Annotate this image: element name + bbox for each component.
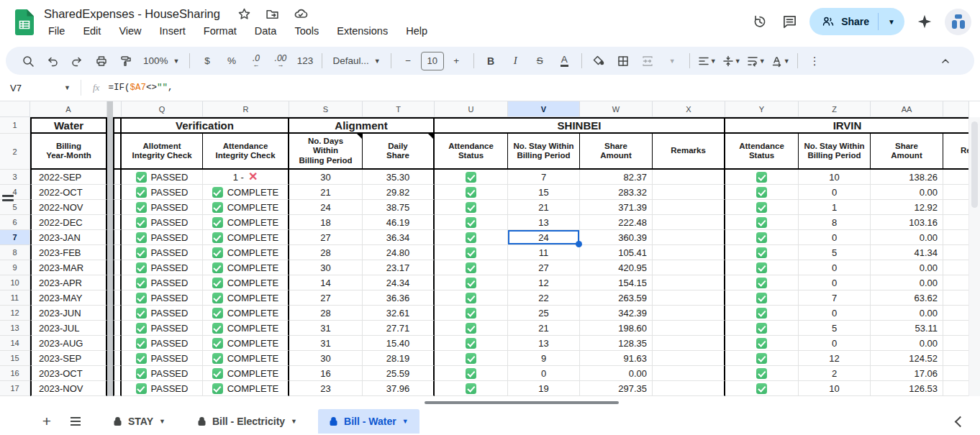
cell-W9[interactable]: 420.95: [580, 260, 653, 275]
cell-X11[interactable]: [653, 290, 725, 306]
cell-U13[interactable]: [435, 321, 508, 336]
cell-A4[interactable]: 2022-OCT: [30, 185, 107, 200]
cell-T16[interactable]: 25.59: [363, 366, 435, 381]
column-header-Z[interactable]: Z: [799, 101, 871, 117]
cell-X7[interactable]: [653, 230, 725, 245]
menu-edit[interactable]: Edit: [78, 24, 105, 37]
menu-format[interactable]: Format: [199, 24, 241, 37]
column-header-AA[interactable]: AA: [871, 101, 943, 117]
cell-AB8[interactable]: [943, 245, 969, 260]
cell-S5[interactable]: 24: [289, 200, 363, 215]
column-header-W[interactable]: W: [580, 101, 653, 117]
cell-T15[interactable]: 28.19: [363, 351, 435, 366]
cell-Z13[interactable]: 5: [799, 321, 871, 336]
cell-hidden-13[interactable]: [113, 321, 122, 336]
italic-button[interactable]: I: [504, 51, 527, 70]
cell-R12[interactable]: COMPLETE: [203, 306, 289, 321]
cell-R3[interactable]: 1 -✕: [203, 170, 289, 185]
cell-V13[interactable]: 21: [508, 321, 580, 336]
cell-W5[interactable]: 371.39: [580, 200, 653, 215]
row-header-11[interactable]: 11: [0, 290, 30, 306]
cell-R8[interactable]: COMPLETE: [203, 245, 289, 260]
cell-X5[interactable]: [653, 200, 725, 215]
cell-S10[interactable]: 14: [289, 275, 363, 290]
cell-V14[interactable]: 13: [508, 336, 580, 351]
cell-hidden-3[interactable]: [113, 170, 122, 185]
cell-R9[interactable]: COMPLETE: [203, 260, 289, 275]
row-header-6[interactable]: 6: [0, 215, 30, 230]
column-header-R[interactable]: R: [203, 101, 289, 117]
cell-Z5[interactable]: 1: [799, 200, 871, 215]
cell-Z12[interactable]: 0: [799, 306, 871, 321]
add-sheet-button[interactable]: +: [36, 413, 58, 430]
cell-R10[interactable]: COMPLETE: [203, 275, 289, 290]
cell-hidden-17[interactable]: [113, 381, 122, 396]
cell-AA5[interactable]: 12.92: [871, 200, 943, 215]
cell-Y6[interactable]: [725, 215, 799, 230]
cell-AA9[interactable]: 0.00: [871, 260, 943, 275]
zoom-control[interactable]: 100%▼: [138, 55, 184, 66]
cell-AA4[interactable]: 0.00: [871, 185, 943, 200]
formula-input[interactable]: =IF($A7<>"",: [108, 83, 173, 93]
cell-Y3[interactable]: [725, 170, 799, 185]
cell-V7[interactable]: 24: [508, 230, 580, 245]
cell-A14[interactable]: 2023-AUG: [30, 336, 107, 351]
cell-Z7[interactable]: 0: [799, 230, 871, 245]
cell-Q12[interactable]: PASSED: [122, 306, 203, 321]
menu-view[interactable]: View: [114, 24, 145, 37]
cell-Y10[interactable]: [725, 275, 799, 290]
cell-AA7[interactable]: 0.00: [871, 230, 943, 245]
sheet-tab-stay[interactable]: STAY▼: [102, 409, 176, 434]
cell-T14[interactable]: 15.40: [363, 336, 435, 351]
cell-AB7[interactable]: [943, 230, 969, 245]
cell-hidden-col[interactable]: [113, 117, 122, 134]
cell-W11[interactable]: 263.59: [580, 290, 653, 306]
cell-AA16[interactable]: 17.06: [871, 366, 943, 381]
cell-X3[interactable]: [653, 170, 725, 185]
cell-U6[interactable]: [435, 215, 508, 230]
cell-W16[interactable]: 0.00: [580, 366, 653, 381]
cell-V4[interactable]: 15: [508, 185, 580, 200]
comments-icon[interactable]: [780, 12, 799, 31]
cell-header-irvin-share[interactable]: Share Amount: [871, 134, 943, 170]
cell-R11[interactable]: COMPLETE: [203, 290, 289, 306]
cell-W6[interactable]: 222.48: [580, 215, 653, 230]
row-header-2[interactable]: 2: [0, 134, 30, 170]
cell-AA10[interactable]: 0.00: [871, 275, 943, 290]
cell-V16[interactable]: 0: [508, 366, 580, 381]
cell-section-water[interactable]: Water: [30, 117, 107, 134]
cell-header-irvin-remarks[interactable]: Remarks: [943, 134, 969, 170]
cell-AA11[interactable]: 63.62: [871, 290, 943, 306]
cell-Q16[interactable]: PASSED: [122, 366, 203, 381]
cell-U5[interactable]: [435, 200, 508, 215]
cell-S12[interactable]: 28: [289, 306, 363, 321]
cell-S6[interactable]: 18: [289, 215, 363, 230]
cell-T6[interactable]: 46.19: [363, 215, 435, 230]
cell-hidden-10[interactable]: [113, 275, 122, 290]
cell-Q6[interactable]: PASSED: [122, 215, 203, 230]
cell-R7[interactable]: COMPLETE: [203, 230, 289, 245]
cell-Q11[interactable]: PASSED: [122, 290, 203, 306]
cell-section-verification[interactable]: Verification: [122, 117, 289, 134]
cell-S17[interactable]: 23: [289, 381, 363, 396]
sheets-logo-icon[interactable]: [15, 9, 34, 35]
cell-header-shinbei-status[interactable]: Attendance Status: [435, 134, 508, 170]
cell-R6[interactable]: COMPLETE: [203, 215, 289, 230]
cell-X14[interactable]: [653, 336, 725, 351]
cell-Y14[interactable]: [725, 336, 799, 351]
cell-S9[interactable]: 30: [289, 260, 363, 275]
avatar[interactable]: [945, 9, 971, 35]
column-header-S[interactable]: S: [289, 101, 363, 117]
document-title[interactable]: SharedExpenses - HouseSharing: [44, 7, 220, 21]
cell-V5[interactable]: 21: [508, 200, 580, 215]
cell-Q7[interactable]: PASSED: [122, 230, 203, 245]
cell-U17[interactable]: [435, 381, 508, 396]
cell-AA14[interactable]: 0.00: [871, 336, 943, 351]
cell-T17[interactable]: 37.96: [363, 381, 435, 396]
cell-S3[interactable]: 30: [289, 170, 363, 185]
column-header-hidden[interactable]: [113, 101, 122, 117]
cell-U16[interactable]: [435, 366, 508, 381]
row-header-14[interactable]: 14: [0, 336, 30, 351]
cell-header-irvin-status[interactable]: Attendance Status: [725, 134, 799, 170]
cell-hidden-11[interactable]: [113, 290, 122, 306]
